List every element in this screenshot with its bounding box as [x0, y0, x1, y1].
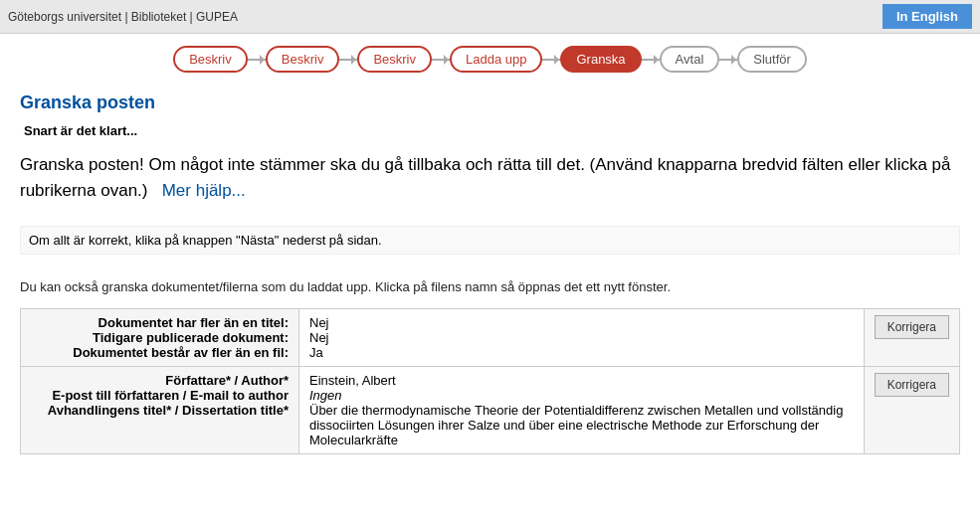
main-description: Granska posten! Om något inte stämmer sk…: [20, 152, 960, 203]
step-label-2[interactable]: Beskriv: [266, 46, 340, 73]
table-row: Dokumentet har fler än en titel: Tidigar…: [21, 309, 960, 367]
field-value: Nej Nej Ja: [299, 309, 865, 367]
if-correct-text: Om allt är korrekt, klika på knappen "Nä…: [29, 233, 382, 248]
korrigera-cell-1: Korrigera: [864, 309, 959, 367]
author-label-cell: Författare* / Author* E-post till förfat…: [21, 367, 299, 454]
steps-bar: Beskriv Beskriv Beskriv Ladda upp Gransk…: [0, 34, 980, 83]
main-content: Granska posten Snart är det klart... Gra…: [0, 83, 980, 474]
korrigera-cell-2: Korrigera: [864, 367, 959, 454]
step-label-4[interactable]: Ladda upp: [450, 46, 542, 73]
more-help-link[interactable]: Mer hjälp...: [162, 181, 246, 200]
step-label-6[interactable]: Avtal: [660, 46, 720, 73]
author-value-cell: Einstein, Albert Ingen Über die thermody…: [299, 367, 865, 454]
step-7[interactable]: Slutför: [737, 46, 807, 73]
step-1[interactable]: Beskriv: [173, 46, 248, 73]
korrigera-button-2[interactable]: Korrigera: [875, 373, 949, 397]
instructions-text: Om allt är korrekt, klika på knappen "Nä…: [20, 226, 960, 255]
step-arrow-6: [719, 59, 737, 61]
soon-ready-text: Snart är det klart...: [20, 123, 960, 138]
description-text: Granska posten! Om något inte stämmer sk…: [20, 155, 951, 200]
in-english-button[interactable]: In English: [882, 4, 972, 29]
step-6[interactable]: Avtal: [660, 46, 720, 73]
step-label-1[interactable]: Beskriv: [173, 46, 248, 73]
step-arrow-4: [542, 59, 560, 61]
table-row-author: Författare* / Author* E-post till förfat…: [21, 367, 960, 454]
breadcrumb: Göteborgs universitet | Biblioteket | GU…: [8, 10, 238, 24]
korrigera-button-1[interactable]: Korrigera: [875, 315, 949, 339]
step-label-3[interactable]: Beskriv: [357, 46, 432, 73]
field-label: Dokumentet har fler än en titel: Tidigar…: [21, 309, 299, 367]
step-arrow-2: [339, 59, 357, 61]
step-2[interactable]: Beskriv: [266, 46, 340, 73]
step-label-7[interactable]: Slutför: [737, 46, 807, 73]
review-table: Dokumentet har fler än en titel: Tidigar…: [20, 308, 960, 454]
step-3[interactable]: Beskriv: [357, 46, 432, 73]
step-arrow-5: [642, 59, 660, 61]
step-arrow-3: [432, 59, 450, 61]
top-bar: Göteborgs universitet | Biblioteket | GU…: [0, 0, 980, 34]
page-title: Granska posten: [20, 92, 960, 113]
step-arrow-1: [248, 59, 266, 61]
step-4[interactable]: Ladda upp: [450, 46, 542, 73]
file-note-text: Du kan också granska dokumentet/filerna …: [20, 279, 960, 294]
step-label-5[interactable]: Granska: [560, 46, 641, 73]
step-5[interactable]: Granska: [560, 46, 641, 73]
